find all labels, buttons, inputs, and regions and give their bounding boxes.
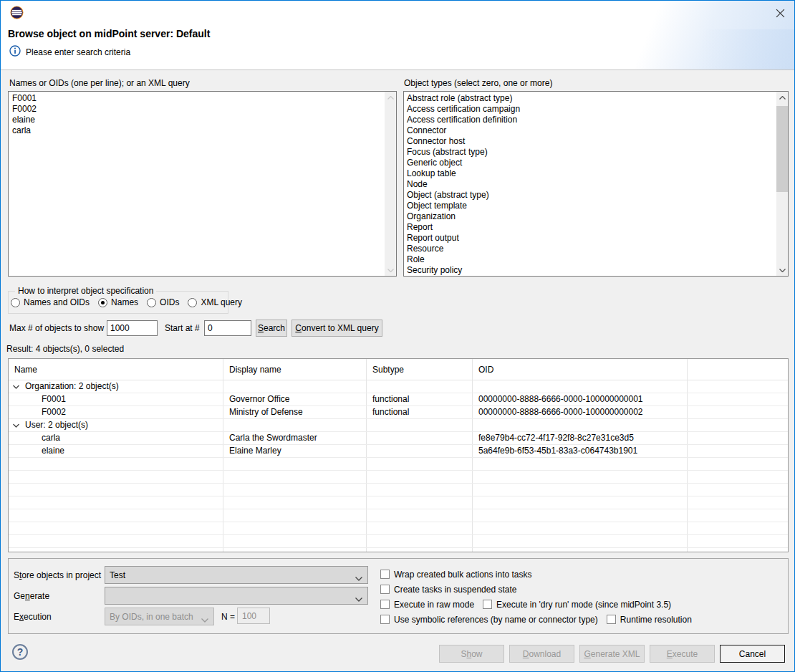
checkbox-icon[interactable] [380, 600, 390, 609]
max-objects-label: Max # of objects to show [9, 323, 104, 333]
extra-cell [688, 432, 788, 444]
object-type-option[interactable]: Security policy [404, 265, 776, 276]
scroll-up-icon[interactable] [385, 92, 396, 103]
checkbox-label: Create tasks in suspended state [394, 585, 516, 595]
display-name-cell: Elaine Marley [223, 445, 367, 457]
object-type-option[interactable]: Resource [404, 244, 776, 254]
execution-label: Execution [14, 612, 52, 622]
group-label: User: 2 object(s) [25, 419, 88, 431]
start-at-label: Start at # [165, 323, 200, 333]
names-scrollbar[interactable] [385, 92, 396, 276]
scroll-down-icon[interactable] [776, 264, 788, 276]
object-type-option[interactable]: Organization [404, 211, 776, 222]
object-type-option[interactable]: Connector host [404, 136, 776, 147]
name-cell: elaine [9, 445, 223, 457]
object-row[interactable]: elaineElaine Marley5a64fe9b-6f53-45b1-83… [9, 445, 788, 458]
object-type-option[interactable]: Lookup table [404, 168, 776, 179]
max-objects-input[interactable] [107, 320, 158, 336]
start-at-input[interactable] [204, 320, 251, 336]
column-header-subtype[interactable]: Subtype [367, 359, 473, 380]
checkbox-icon[interactable] [380, 615, 390, 624]
subtype-cell [367, 419, 473, 431]
object-types-listbox: Abstract role (abstract type)Access cert… [403, 91, 789, 277]
object-type-option[interactable]: Abstract role (abstract type) [404, 93, 776, 104]
checkbox-icon[interactable] [607, 615, 616, 624]
object-type-option[interactable]: Report [404, 222, 776, 233]
convert-to-xml-button[interactable]: Convert to XML query [292, 320, 382, 337]
generate-select[interactable] [105, 587, 368, 605]
names-input[interactable]: F0001 F0002 elaine carla [9, 92, 385, 276]
checkbox-option-execute-in-dry-run-mode-since-midpoint-3[interactable]: Execute in 'dry run' mode (since midPoin… [483, 600, 671, 610]
name-cell: F0001 [9, 393, 223, 405]
checkbox-option-execute-in-raw-mode[interactable]: Execute in raw mode [380, 600, 474, 610]
object-type-option[interactable]: Generic object [404, 158, 776, 168]
scrollbar-thumb[interactable] [776, 106, 788, 192]
checkbox-icon[interactable] [483, 600, 492, 609]
empty-table-row [9, 509, 788, 522]
checkbox-icon[interactable] [380, 585, 390, 594]
search-button[interactable]: Search [256, 320, 287, 337]
oid-cell: fe8e79b4-cc72-4f17-92f8-8c27e31ce3d5 [473, 432, 688, 444]
subtype-cell [367, 432, 473, 444]
object-types-scrollbar[interactable] [776, 92, 788, 276]
checkbox-row: Create tasks in suspended state [380, 582, 692, 597]
checkbox-icon[interactable] [380, 570, 390, 579]
group-row[interactable]: User: 2 object(s) [9, 419, 788, 432]
oid-cell [473, 484, 688, 496]
scroll-down-icon[interactable] [385, 264, 396, 276]
object-type-option[interactable]: Object (abstract type) [404, 190, 776, 201]
checkbox-option-wrap-created-bulk-actions-into-tasks[interactable]: Wrap created bulk actions into tasks [380, 570, 532, 580]
cancel-button[interactable]: Cancel [720, 645, 785, 663]
n-input [237, 608, 270, 624]
close-icon[interactable] [773, 6, 787, 19]
column-header-name[interactable]: Name [9, 359, 223, 380]
group-row[interactable]: Organization: 2 object(s) [9, 380, 788, 393]
dialog-header: Browse object on midPoint server: Defaul… [1, 1, 794, 70]
column-header-oid[interactable]: OID [473, 359, 688, 380]
extra-cell [688, 419, 788, 431]
radio-icon[interactable] [147, 298, 156, 307]
column-header-extra[interactable] [688, 359, 788, 380]
checkbox-option-runtime-resolution[interactable]: Runtime resolution [607, 615, 692, 625]
display-name-cell: Ministry of Defense [223, 406, 367, 418]
object-type-option[interactable]: Focus (abstract type) [404, 147, 776, 158]
subtype-cell [367, 445, 473, 457]
object-type-option[interactable]: Access certification definition [404, 115, 776, 125]
object-type-option[interactable]: Node [404, 179, 776, 190]
store-project-select[interactable]: Test [105, 566, 368, 584]
object-row[interactable]: F0002Ministry of Defensefunctional000000… [9, 406, 788, 419]
options-checkboxes: Wrap created bulk actions into tasksCrea… [380, 567, 692, 627]
radio-option-xml-query[interactable]: XML query [188, 297, 242, 307]
extra-cell [688, 509, 788, 522]
radio-option-names-and-oids[interactable]: Names and OIDs [11, 297, 90, 307]
object-type-option[interactable]: Object template [404, 201, 776, 211]
chevron-down-icon [355, 573, 362, 583]
checkbox-label: Execute in 'dry run' mode (since midPoin… [496, 600, 671, 610]
radio-selected-icon[interactable] [98, 298, 107, 307]
result-summary: Result: 4 objects(s), 0 selected [6, 344, 124, 354]
expand-chevron-icon[interactable] [13, 419, 19, 431]
checkbox-option-create-tasks-in-suspended-state[interactable]: Create tasks in suspended state [380, 585, 516, 595]
store-project-label: Store objects in project [14, 570, 101, 580]
radio-option-names[interactable]: Names [98, 297, 138, 307]
execution-value: By OIDs, in one batch [110, 612, 193, 622]
object-type-option[interactable]: Role [404, 254, 776, 265]
checkbox-option-use-symbolic-references-by-name-or-conne[interactable]: Use symbolic references (by name or conn… [380, 615, 598, 625]
object-row[interactable]: carlaCarla the Swordmasterfe8e79b4-cc72-… [9, 432, 788, 445]
result-table: Name Display name Subtype OID Organizati… [8, 358, 789, 552]
help-button[interactable]: ? [12, 644, 28, 660]
object-row[interactable]: F0001Governor Officefunctional00000000-8… [9, 393, 788, 406]
expand-chevron-icon[interactable] [13, 380, 19, 393]
radio-icon[interactable] [11, 298, 20, 307]
radio-icon[interactable] [188, 298, 197, 307]
radio-label: Names [111, 297, 138, 307]
column-header-display-name[interactable]: Display name [223, 359, 367, 380]
display-name-cell [223, 535, 367, 547]
footer-buttons: ShowDownloadGenerate XMLExecuteCancel [439, 645, 785, 663]
object-type-option[interactable]: Access certification campaign [404, 104, 776, 115]
object-type-option[interactable]: Connector [404, 125, 776, 136]
object-type-option[interactable]: Report output [404, 233, 776, 244]
scroll-up-icon[interactable] [776, 92, 788, 103]
extra-cell [688, 380, 788, 393]
radio-option-oids[interactable]: OIDs [147, 297, 179, 307]
